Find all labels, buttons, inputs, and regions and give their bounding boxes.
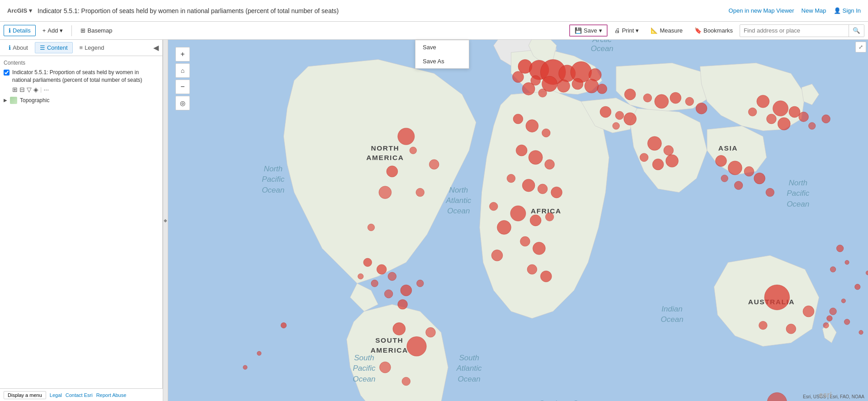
layer-more-icon[interactable]: ··· — [43, 86, 49, 93]
svg-point-129 — [643, 94, 652, 102]
layer-filter-icon[interactable]: ▽ — [27, 86, 32, 93]
svg-point-34 — [368, 224, 374, 231]
map-svg: North Pacific Ocean North Atlantic Ocean… — [168, 40, 868, 401]
collapse-handle[interactable]: ◆ — [163, 40, 168, 401]
home-button[interactable]: ⌂ — [175, 63, 190, 78]
svg-text:Atlantic: Atlantic — [456, 364, 482, 373]
tab-legend[interactable]: ≡ Legend — [75, 42, 109, 53]
svg-text:Pacific: Pacific — [262, 175, 285, 184]
svg-point-29 — [387, 166, 398, 177]
save-option[interactable]: Save — [415, 40, 469, 54]
svg-point-37 — [371, 280, 378, 287]
measure-icon: 📐 — [651, 27, 658, 34]
svg-point-51 — [243, 365, 247, 369]
svg-point-106 — [767, 114, 777, 124]
expand-icon[interactable]: ▶ — [4, 98, 7, 103]
svg-point-79 — [538, 184, 547, 194]
print-label: Print — [622, 27, 634, 34]
new-map-link[interactable]: New Map — [802, 7, 826, 14]
svg-point-100 — [721, 175, 728, 182]
top-header: ArcGIS ▾ Indicator 5.5.1: Proportion of … — [0, 0, 868, 22]
add-button[interactable]: + Add ▾ — [38, 25, 68, 36]
svg-point-81 — [510, 206, 526, 221]
save-dropdown-icon: ▾ — [599, 27, 602, 34]
tab-about[interactable]: ℹ About — [4, 42, 33, 53]
layer-style-icon[interactable]: ◈ — [33, 86, 38, 93]
map-expand-button[interactable]: ⤢ — [855, 42, 866, 52]
svg-point-76 — [545, 160, 555, 170]
svg-point-93 — [652, 159, 664, 170]
svg-point-71 — [513, 114, 523, 124]
zoom-in-button[interactable]: + — [175, 47, 190, 61]
svg-point-122 — [786, 324, 796, 334]
svg-point-92 — [664, 146, 674, 156]
basemap-label: Basemap — [87, 27, 112, 34]
svg-text:Ocean: Ocean — [787, 200, 809, 208]
search-input[interactable] — [740, 27, 849, 34]
svg-point-80 — [551, 187, 562, 198]
save-as-option[interactable]: Save As — [415, 54, 469, 68]
attribution-text: Esri, USGS | Esri, FAO, NOAA — [803, 394, 864, 399]
basemap-button[interactable]: ⊞ Basemap — [75, 25, 117, 36]
svg-point-28 — [398, 128, 415, 145]
add-icon: + — [42, 27, 46, 34]
legal-link[interactable]: Legal — [50, 392, 62, 398]
legend-tab-label: Legend — [85, 44, 104, 51]
svg-point-112 — [836, 245, 843, 252]
svg-text:North: North — [788, 179, 807, 187]
sidebar-tabs: ℹ About ☰ Content ≡ Legend ◀ — [0, 40, 162, 56]
contact-esri-link[interactable]: Contact Esri — [66, 392, 93, 398]
svg-point-74 — [516, 145, 527, 156]
arcgis-logo[interactable]: ArcGIS ▾ — [7, 7, 32, 14]
zoom-out-button[interactable]: − — [175, 80, 190, 94]
svg-point-75 — [528, 151, 542, 165]
details-icon: ℹ — [9, 27, 11, 34]
svg-text:SOUTH: SOUTH — [375, 336, 403, 344]
toolbar-right: 💾 Save ▾ 🖨 Print ▾ 📐 Measure 🔖 Bookmarks… — [569, 24, 864, 37]
svg-point-89 — [491, 250, 503, 261]
svg-text:NORTH: NORTH — [371, 144, 400, 152]
svg-point-45 — [407, 336, 426, 356]
svg-point-33 — [379, 186, 392, 199]
svg-point-67 — [600, 106, 611, 118]
measure-button[interactable]: 📐 Measure — [646, 25, 688, 36]
report-abuse-link[interactable]: Report Abuse — [96, 392, 127, 398]
svg-point-70 — [613, 123, 619, 129]
arcgis-dropdown-icon[interactable]: ▾ — [29, 7, 32, 14]
layer-table-icon[interactable]: ⊞ — [12, 86, 18, 93]
layer-grid-icon[interactable]: ⊟ — [19, 86, 25, 93]
search-button[interactable]: 🔍 — [849, 25, 864, 37]
print-button[interactable]: 🖨 Print ▾ — [609, 25, 644, 36]
map-area[interactable]: North Pacific Ocean North Atlantic Ocean… — [168, 40, 868, 401]
svg-point-133 — [696, 103, 707, 114]
svg-point-91 — [647, 137, 661, 151]
svg-point-118 — [827, 316, 832, 321]
esri-logo-text: esri — [819, 391, 832, 399]
bookmarks-label: Bookmarks — [703, 27, 733, 34]
save-button[interactable]: 💾 Save ▾ — [569, 24, 608, 37]
content-tab-label: Content — [47, 44, 68, 51]
legend-icon: ≡ — [80, 44, 83, 51]
display-menu-button[interactable]: Display a menu — [4, 391, 46, 399]
header-right: Open in new Map Viewer New Map 👤 Sign In — [729, 7, 861, 14]
topographic-layer-item: ▶ Topographic — [4, 97, 159, 104]
svg-point-46 — [379, 362, 391, 373]
search-container: 🔍 — [740, 24, 864, 37]
svg-point-40 — [401, 285, 412, 296]
svg-point-120 — [803, 306, 814, 317]
svg-point-98 — [744, 166, 754, 176]
svg-point-64 — [513, 71, 524, 83]
svg-point-43 — [398, 299, 408, 309]
svg-point-124 — [830, 308, 836, 315]
locate-button[interactable]: ◎ — [175, 96, 190, 110]
tab-content[interactable]: ☰ Content — [35, 42, 73, 53]
bookmarks-button[interactable]: 🔖 Bookmarks — [689, 25, 738, 36]
svg-point-104 — [773, 101, 788, 116]
svg-point-131 — [670, 92, 681, 104]
sign-in-button[interactable]: 👤 Sign In — [834, 7, 861, 14]
details-button[interactable]: ℹ Details — [4, 25, 36, 36]
svg-point-88 — [497, 221, 511, 235]
open-new-map-viewer-link[interactable]: Open in new Map Viewer — [729, 7, 794, 14]
layer-checkbox[interactable] — [4, 70, 9, 75]
collapse-sidebar-button[interactable]: ◀ — [153, 43, 159, 52]
